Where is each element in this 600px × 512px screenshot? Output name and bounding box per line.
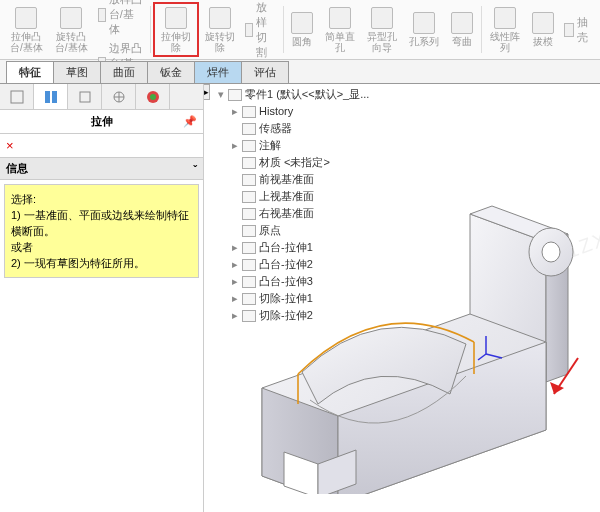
pm-tab-dim[interactable]: [102, 84, 136, 109]
tab-sheetmetal[interactable]: 钣金: [147, 61, 195, 83]
pm-tab-feature[interactable]: [0, 84, 34, 109]
draft-button[interactable]: 拔模: [526, 2, 560, 57]
revolve-cut-button[interactable]: 旋转切 除: [199, 2, 241, 57]
property-manager: 拉伸📌 × 信息ˇ 选择: 1) 一基准面、平面或边线来绘制特征横断面。 或者 …: [0, 84, 204, 512]
model-3d[interactable]: [238, 204, 588, 494]
linear-pattern-button[interactable]: 线性阵 列: [484, 2, 526, 57]
part-icon: [228, 89, 242, 101]
svg-line-15: [478, 354, 486, 360]
ribbon-toolbar: 拉伸凸 台/基体 旋转凸 台/基体 扫描 放样凸台/基体 边界凸台/基体 拉伸切…: [0, 0, 600, 60]
feature-icon: [242, 191, 256, 203]
hole-series-button[interactable]: 孔系列: [403, 2, 445, 57]
svg-rect-3: [80, 92, 90, 102]
graphics-viewport[interactable]: ▸ ▾零件1 (默认<<默认>_显... ▸History传感器▸注解材质 <未…: [204, 84, 600, 512]
command-tabs: 特征 草图 曲面 钣金 焊件 评估: [0, 60, 600, 84]
extrude-cut-button[interactable]: 拉伸切 除: [153, 2, 199, 57]
feature-icon: [242, 174, 256, 186]
ribbon-col-2: 扫描切割 放样切割 放样切割: [241, 2, 281, 57]
ribbon-col-1: 扫描 放样凸台/基体 边界凸台/基体: [94, 2, 149, 57]
pm-title: 拉伸📌: [0, 110, 203, 134]
tree-item[interactable]: 前视基准面: [216, 171, 369, 188]
pm-message: 选择: 1) 一基准面、平面或边线来绘制特征横断面。 或者 2) 一现有草图为特…: [4, 184, 199, 278]
revolve-boss-button[interactable]: 旋转凸 台/基体: [49, 2, 94, 57]
loft-cut-button[interactable]: 放样切割: [241, 0, 281, 61]
svg-rect-2: [52, 91, 57, 103]
svg-point-10: [542, 242, 560, 262]
shell-button[interactable]: 抽壳: [560, 14, 596, 46]
pin-icon[interactable]: 📌: [183, 115, 197, 128]
tab-sketch[interactable]: 草图: [53, 61, 101, 83]
origin-triad-icon: [476, 332, 506, 362]
svg-line-14: [486, 354, 502, 358]
tree-root[interactable]: ▾零件1 (默认<<默认>_显...: [216, 86, 369, 103]
svg-point-8: [150, 94, 156, 100]
svg-rect-0: [11, 91, 23, 103]
annotation-arrow: [544, 354, 584, 404]
tree-item[interactable]: ▸History: [216, 103, 369, 120]
feature-icon: [242, 106, 256, 118]
simple-hole-button[interactable]: 简单直 孔: [319, 2, 361, 57]
ribbon-col-4: 抽壳: [560, 2, 596, 57]
hole-wizard-button[interactable]: 异型孔 向导: [361, 2, 403, 57]
tree-item[interactable]: ▸注解: [216, 137, 369, 154]
flex-button[interactable]: 弯曲: [445, 2, 479, 57]
pm-section-info[interactable]: 信息ˇ: [0, 157, 203, 180]
svg-rect-1: [45, 91, 50, 103]
tab-surface[interactable]: 曲面: [100, 61, 148, 83]
tree-item[interactable]: 材质 <未指定>: [216, 154, 369, 171]
feature-icon: [242, 157, 256, 169]
tab-evaluate[interactable]: 评估: [241, 61, 289, 83]
loft-boss-button[interactable]: 放样凸台/基体: [94, 0, 149, 38]
tab-features[interactable]: 特征: [6, 61, 54, 83]
pm-tab-bar: [0, 84, 203, 110]
feature-icon: [242, 123, 256, 135]
fillet-button[interactable]: 圆角: [285, 2, 319, 57]
feature-icon: [242, 140, 256, 152]
flyout-toggle[interactable]: ▸: [204, 84, 213, 512]
pm-close-button[interactable]: ×: [0, 134, 203, 157]
tree-item[interactable]: 上视基准面: [216, 188, 369, 205]
tree-item[interactable]: 传感器: [216, 120, 369, 137]
collapse-icon: ˇ: [193, 163, 197, 175]
extrude-boss-button[interactable]: 拉伸凸 台/基体: [4, 2, 49, 57]
pm-tab-property[interactable]: [34, 84, 68, 109]
tab-weldment[interactable]: 焊件: [194, 61, 242, 83]
pm-tab-appearance[interactable]: [136, 84, 170, 109]
pm-tab-config[interactable]: [68, 84, 102, 109]
